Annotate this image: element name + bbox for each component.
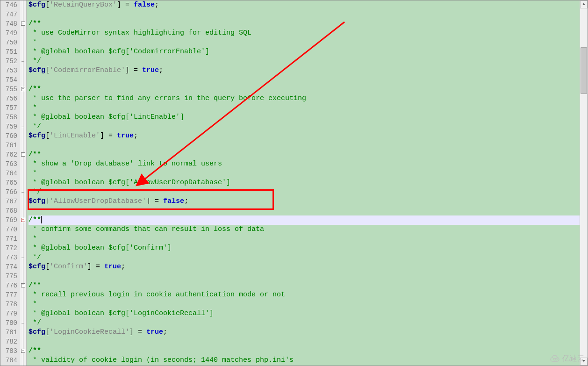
code-line[interactable]: * <box>29 169 580 178</box>
scroll-up-button[interactable]: ▲ <box>580 0 588 8</box>
code-line[interactable]: */ <box>29 253 580 262</box>
line-number: 755 <box>0 85 17 94</box>
code-line[interactable]: * <box>29 300 580 309</box>
code-line[interactable]: /** <box>29 85 580 94</box>
token-punct: ] <box>87 263 92 271</box>
code-line[interactable]: * confirm some commands that can result … <box>29 225 580 234</box>
token-cmt: * <box>29 169 37 177</box>
code-line[interactable]: * validity of cookie login (in seconds; … <box>29 356 580 365</box>
token-cmt: * confirm some commands that can result … <box>29 225 264 233</box>
token-cmt: * @global boolean $cfg['LoginCookieRecal… <box>29 309 214 317</box>
token-cmt: * @global boolean $cfg['Confirm'] <box>29 244 172 252</box>
token-punct: [ <box>45 132 50 140</box>
code-line[interactable]: * recall previous login in cookie authen… <box>29 290 580 300</box>
line-number: 746 <box>0 0 17 10</box>
code-line[interactable]: * @global boolean $cfg['Confirm'] <box>29 244 580 253</box>
token-str: 'AllowUserDropDatabase' <box>50 197 146 205</box>
fold-toggle[interactable]: − <box>21 22 25 26</box>
code-line[interactable]: * <box>29 38 580 47</box>
token-cmt: * <box>29 38 37 46</box>
code-editor[interactable]: 7467477487497507517527537547557567577587… <box>0 0 588 366</box>
token-cmt: * use the parser to find any errors in t… <box>29 94 306 102</box>
fold-toggle[interactable]: − <box>21 87 25 91</box>
token-punct: ; <box>155 1 159 9</box>
token-cmtbold: /** <box>29 281 41 289</box>
code-line[interactable]: * use the parser to find any errors in t… <box>29 94 580 103</box>
fold-gutter[interactable]: −−−−−− <box>20 0 27 366</box>
code-line[interactable] <box>29 206 580 215</box>
fold-end-marker <box>22 192 24 193</box>
code-line[interactable] <box>29 141 580 150</box>
code-line[interactable]: $cfg['Confirm'] = true; <box>29 262 580 272</box>
code-line[interactable] <box>29 272 580 281</box>
code-line[interactable]: * <box>29 103 580 113</box>
line-number-gutter: 7467477487497507517527537547557567577587… <box>0 0 20 366</box>
line-number: 761 <box>0 141 17 150</box>
line-number: 759 <box>0 122 17 131</box>
token-punct: [ <box>45 197 50 205</box>
line-number: 770 <box>0 225 17 234</box>
code-line[interactable]: */ <box>29 187 580 197</box>
code-line[interactable]: */ <box>29 57 580 66</box>
code-line[interactable] <box>29 75 580 85</box>
token-punct: ] <box>100 132 104 140</box>
line-number: 783 <box>0 346 17 356</box>
vertical-scrollbar[interactable]: ▲ ▼ <box>580 0 588 366</box>
token-cmt: * <box>29 300 37 308</box>
code-line[interactable]: /** <box>29 19 580 29</box>
line-number: 780 <box>0 318 17 328</box>
fold-toggle[interactable]: − <box>21 283 25 287</box>
code-line[interactable]: * show a 'Drop database' link to normal … <box>29 159 580 169</box>
token-var: $cfg <box>29 66 45 74</box>
line-number: 781 <box>0 328 17 337</box>
code-line[interactable]: $cfg['AllowUserDropDatabase'] = false; <box>29 197 580 206</box>
code-line[interactable]: */ <box>29 318 580 328</box>
token-cmt: * @global boolean $cfg['LintEnable'] <box>29 113 184 121</box>
code-line[interactable]: * <box>29 234 580 244</box>
token-cmtbold: /** <box>29 347 41 355</box>
code-line[interactable]: * @global boolean $cfg['LintEnable'] <box>29 113 580 122</box>
token-punct: [ <box>45 66 50 74</box>
code-line[interactable]: */ <box>29 122 580 131</box>
token-str: 'Confirm' <box>50 263 87 271</box>
code-line[interactable]: * use CodeMirror syntax highlighting for… <box>29 29 580 38</box>
code-line[interactable]: $cfg['RetainQueryBox'] = false; <box>29 0 580 10</box>
fold-toggle[interactable]: − <box>21 349 25 353</box>
token-op: = <box>121 1 134 9</box>
code-line[interactable]: * @global boolean $cfg['AllowUserDropDat… <box>29 178 580 187</box>
code-line[interactable]: /** <box>29 281 580 290</box>
scroll-down-button[interactable]: ▼ <box>580 358 588 366</box>
token-cmtbold: /** <box>29 85 41 93</box>
code-line[interactable]: $cfg['LoginCookieRecall'] = true; <box>29 328 580 337</box>
token-str: 'RetainQueryBox' <box>50 1 117 9</box>
token-cmt: * recall previous login in cookie authen… <box>29 291 285 299</box>
code-line[interactable]: /** <box>29 150 580 159</box>
code-line[interactable] <box>29 10 580 19</box>
code-line[interactable]: /** <box>29 215 580 225</box>
token-kw: true <box>117 132 134 140</box>
code-line[interactable]: $cfg['CodemirrorEnable'] = true; <box>29 66 580 75</box>
token-op: = <box>129 66 142 74</box>
code-line[interactable]: /** <box>29 346 580 356</box>
fold-toggle[interactable]: − <box>21 152 25 157</box>
code-area[interactable]: $cfg['RetainQueryBox'] = false;/** * use… <box>27 0 580 366</box>
line-number: 748 <box>0 19 17 29</box>
code-line[interactable]: * @global boolean $cfg['LoginCookieRecal… <box>29 309 580 318</box>
line-number: 758 <box>0 113 17 122</box>
token-op: = <box>134 328 146 336</box>
fold-toggle[interactable]: − <box>21 218 25 222</box>
scroll-thumb[interactable] <box>581 47 587 94</box>
line-number: 749 <box>0 29 17 38</box>
fold-end-marker <box>22 61 24 62</box>
fold-end-marker <box>22 258 24 258</box>
line-number: 763 <box>0 159 17 169</box>
code-line[interactable] <box>29 337 580 346</box>
line-number: 766 <box>0 187 17 197</box>
token-cmt: */ <box>29 319 41 327</box>
code-line[interactable]: * @global boolean $cfg['CodemirrorEnable… <box>29 47 580 57</box>
token-kw: true <box>142 66 159 74</box>
code-line[interactable]: $cfg['LintEnable'] = true; <box>29 131 580 141</box>
line-number: 751 <box>0 47 17 57</box>
line-number: 769 <box>0 215 17 225</box>
token-op: = <box>104 132 117 140</box>
